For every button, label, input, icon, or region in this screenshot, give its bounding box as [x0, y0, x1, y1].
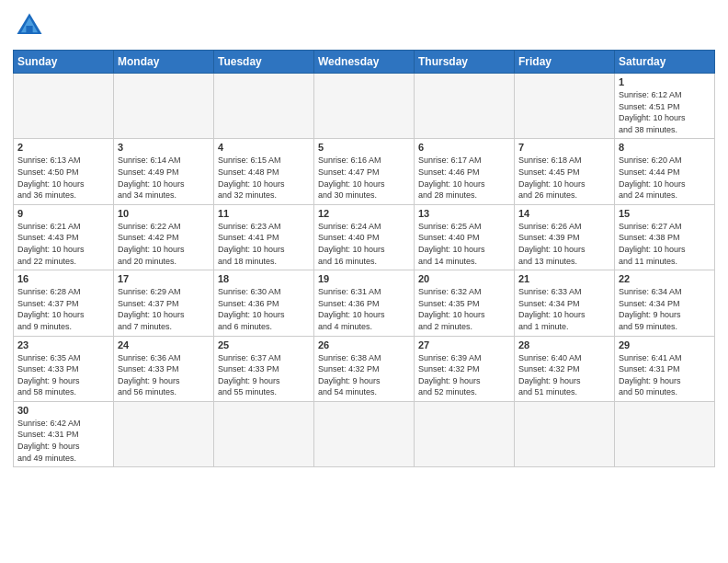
- day-number: 21: [518, 273, 610, 284]
- day-info: Sunrise: 6:27 AM Sunset: 4:38 PM Dayligh…: [619, 221, 711, 267]
- calendar-cell: 6Sunrise: 6:17 AM Sunset: 4:46 PM Daylig…: [415, 139, 515, 204]
- day-number: 28: [518, 339, 610, 350]
- calendar-cell: 27Sunrise: 6:39 AM Sunset: 4:32 PM Dayli…: [415, 336, 515, 401]
- calendar-cell: 23Sunrise: 6:35 AM Sunset: 4:33 PM Dayli…: [14, 336, 114, 401]
- day-info: Sunrise: 6:21 AM Sunset: 4:43 PM Dayligh…: [17, 221, 109, 267]
- weekday-header-sunday: Sunday: [14, 51, 114, 74]
- calendar-cell: [214, 74, 314, 139]
- calendar-cell: 15Sunrise: 6:27 AM Sunset: 4:38 PM Dayli…: [615, 204, 715, 270]
- day-number: 14: [518, 208, 610, 219]
- calendar-table: SundayMondayTuesdayWednesdayThursdayFrid…: [13, 50, 715, 467]
- day-number: 13: [418, 208, 510, 219]
- calendar-cell: 1Sunrise: 6:12 AM Sunset: 4:51 PM Daylig…: [615, 74, 715, 139]
- calendar-cell: [415, 401, 515, 466]
- calendar-cell: [615, 401, 715, 466]
- calendar-cell: 2Sunrise: 6:13 AM Sunset: 4:50 PM Daylig…: [14, 139, 114, 204]
- day-number: 26: [318, 339, 410, 350]
- logo: [13, 9, 50, 42]
- day-number: 23: [17, 339, 109, 350]
- day-number: 16: [17, 273, 109, 284]
- day-info: Sunrise: 6:31 AM Sunset: 4:36 PM Dayligh…: [318, 286, 410, 332]
- weekday-header-thursday: Thursday: [415, 51, 515, 74]
- calendar-cell: 17Sunrise: 6:29 AM Sunset: 4:37 PM Dayli…: [114, 270, 214, 336]
- calendar-cell: [314, 74, 415, 139]
- calendar-cell: 5Sunrise: 6:16 AM Sunset: 4:47 PM Daylig…: [314, 139, 415, 204]
- day-number: 20: [418, 273, 510, 284]
- calendar-cell: 10Sunrise: 6:22 AM Sunset: 4:42 PM Dayli…: [114, 204, 214, 270]
- calendar-cell: [214, 401, 314, 466]
- calendar-week-row: 30Sunrise: 6:42 AM Sunset: 4:31 PM Dayli…: [14, 401, 715, 466]
- calendar-cell: 25Sunrise: 6:37 AM Sunset: 4:33 PM Dayli…: [214, 336, 314, 401]
- calendar-cell: 11Sunrise: 6:23 AM Sunset: 4:41 PM Dayli…: [214, 204, 314, 270]
- day-number: 15: [619, 208, 711, 219]
- calendar-week-row: 2Sunrise: 6:13 AM Sunset: 4:50 PM Daylig…: [14, 139, 715, 204]
- day-info: Sunrise: 6:33 AM Sunset: 4:34 PM Dayligh…: [518, 286, 610, 332]
- calendar-cell: [515, 401, 615, 466]
- day-info: Sunrise: 6:14 AM Sunset: 4:49 PM Dayligh…: [118, 155, 210, 201]
- day-info: Sunrise: 6:13 AM Sunset: 4:50 PM Dayligh…: [17, 155, 109, 201]
- weekday-header-monday: Monday: [114, 51, 214, 74]
- calendar-cell: 13Sunrise: 6:25 AM Sunset: 4:40 PM Dayli…: [415, 204, 515, 270]
- calendar-cell: 28Sunrise: 6:40 AM Sunset: 4:32 PM Dayli…: [515, 336, 615, 401]
- day-number: 11: [218, 208, 310, 219]
- calendar-cell: [14, 74, 114, 139]
- calendar-cell: [515, 74, 615, 139]
- calendar-cell: 30Sunrise: 6:42 AM Sunset: 4:31 PM Dayli…: [14, 401, 114, 466]
- calendar-week-row: 23Sunrise: 6:35 AM Sunset: 4:33 PM Dayli…: [14, 336, 715, 401]
- day-number: 30: [17, 405, 109, 416]
- day-number: 27: [418, 339, 510, 350]
- calendar-cell: 16Sunrise: 6:28 AM Sunset: 4:37 PM Dayli…: [14, 270, 114, 336]
- day-info: Sunrise: 6:36 AM Sunset: 4:33 PM Dayligh…: [118, 352, 210, 398]
- day-info: Sunrise: 6:26 AM Sunset: 4:39 PM Dayligh…: [518, 221, 610, 267]
- day-number: 22: [619, 273, 711, 284]
- day-number: 24: [118, 339, 210, 350]
- weekday-header-row: SundayMondayTuesdayWednesdayThursdayFrid…: [14, 51, 715, 74]
- day-info: Sunrise: 6:42 AM Sunset: 4:31 PM Dayligh…: [17, 418, 109, 464]
- calendar-cell: 29Sunrise: 6:41 AM Sunset: 4:31 PM Dayli…: [615, 336, 715, 401]
- day-number: 9: [17, 208, 109, 219]
- calendar-week-row: 9Sunrise: 6:21 AM Sunset: 4:43 PM Daylig…: [14, 204, 715, 270]
- calendar-cell: 18Sunrise: 6:30 AM Sunset: 4:36 PM Dayli…: [214, 270, 314, 336]
- day-info: Sunrise: 6:32 AM Sunset: 4:35 PM Dayligh…: [418, 286, 510, 332]
- day-info: Sunrise: 6:18 AM Sunset: 4:45 PM Dayligh…: [518, 155, 610, 201]
- calendar-cell: 9Sunrise: 6:21 AM Sunset: 4:43 PM Daylig…: [14, 204, 114, 270]
- svg-rect-2: [26, 26, 32, 34]
- day-number: 12: [318, 208, 410, 219]
- calendar-cell: 3Sunrise: 6:14 AM Sunset: 4:49 PM Daylig…: [114, 139, 214, 204]
- day-info: Sunrise: 6:30 AM Sunset: 4:36 PM Dayligh…: [218, 286, 310, 332]
- day-number: 17: [118, 273, 210, 284]
- day-number: 25: [218, 339, 310, 350]
- day-info: Sunrise: 6:37 AM Sunset: 4:33 PM Dayligh…: [218, 352, 310, 398]
- day-number: 3: [118, 142, 210, 153]
- day-number: 4: [218, 142, 310, 153]
- calendar-cell: 7Sunrise: 6:18 AM Sunset: 4:45 PM Daylig…: [515, 139, 615, 204]
- calendar-cell: [114, 74, 214, 139]
- day-info: Sunrise: 6:28 AM Sunset: 4:37 PM Dayligh…: [17, 286, 109, 332]
- weekday-header-saturday: Saturday: [615, 51, 715, 74]
- calendar-cell: 20Sunrise: 6:32 AM Sunset: 4:35 PM Dayli…: [415, 270, 515, 336]
- day-number: 29: [619, 339, 711, 350]
- weekday-header-tuesday: Tuesday: [214, 51, 314, 74]
- day-info: Sunrise: 6:22 AM Sunset: 4:42 PM Dayligh…: [118, 221, 210, 267]
- day-info: Sunrise: 6:16 AM Sunset: 4:47 PM Dayligh…: [318, 155, 410, 201]
- calendar-week-row: 16Sunrise: 6:28 AM Sunset: 4:37 PM Dayli…: [14, 270, 715, 336]
- day-info: Sunrise: 6:41 AM Sunset: 4:31 PM Dayligh…: [619, 352, 711, 398]
- day-info: Sunrise: 6:25 AM Sunset: 4:40 PM Dayligh…: [418, 221, 510, 267]
- calendar-cell: 19Sunrise: 6:31 AM Sunset: 4:36 PM Dayli…: [314, 270, 415, 336]
- day-info: Sunrise: 6:38 AM Sunset: 4:32 PM Dayligh…: [318, 352, 410, 398]
- day-number: 19: [318, 273, 410, 284]
- calendar-cell: 22Sunrise: 6:34 AM Sunset: 4:34 PM Dayli…: [615, 270, 715, 336]
- day-number: 7: [518, 142, 610, 153]
- day-info: Sunrise: 6:15 AM Sunset: 4:48 PM Dayligh…: [218, 155, 310, 201]
- day-info: Sunrise: 6:17 AM Sunset: 4:46 PM Dayligh…: [418, 155, 510, 201]
- calendar-cell: 12Sunrise: 6:24 AM Sunset: 4:40 PM Dayli…: [314, 204, 415, 270]
- day-number: 1: [619, 76, 711, 87]
- day-info: Sunrise: 6:35 AM Sunset: 4:33 PM Dayligh…: [17, 352, 109, 398]
- day-info: Sunrise: 6:39 AM Sunset: 4:32 PM Dayligh…: [418, 352, 510, 398]
- calendar-cell: 24Sunrise: 6:36 AM Sunset: 4:33 PM Dayli…: [114, 336, 214, 401]
- calendar-cell: [314, 401, 415, 466]
- day-number: 2: [17, 142, 109, 153]
- weekday-header-wednesday: Wednesday: [314, 51, 415, 74]
- calendar-cell: 14Sunrise: 6:26 AM Sunset: 4:39 PM Dayli…: [515, 204, 615, 270]
- calendar-cell: 26Sunrise: 6:38 AM Sunset: 4:32 PM Dayli…: [314, 336, 415, 401]
